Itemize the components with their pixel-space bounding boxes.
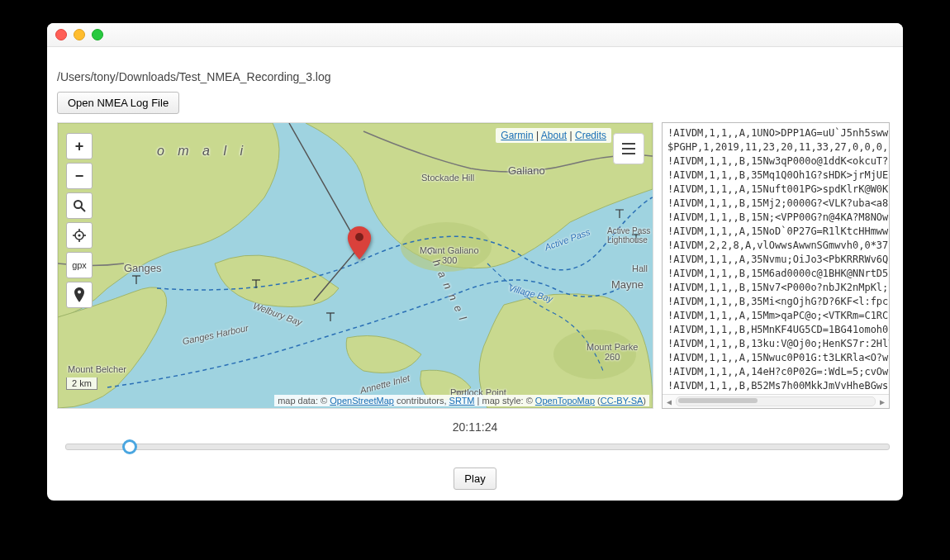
log-horizontal-scrollbar[interactable]: ◀ ▶ [663,394,889,408]
map-locate-button[interactable] [66,222,93,249]
svg-point-22 [78,234,80,236]
window-controls [55,29,103,40]
svg-rect-17 [622,148,635,149]
open-log-button[interactable]: Open NMEA Log File [57,92,179,114]
close-window-button[interactable] [55,29,67,40]
scroll-right-arrow-icon[interactable]: ▶ [876,396,889,407]
zoom-window-button[interactable] [92,29,103,40]
nmea-log-text[interactable]: !AIVDM,1,1,,A,1UNO>DPP1AG=uU`J5nh5swwd2 … [663,123,889,395]
credits-link[interactable]: Credits [575,130,606,141]
zoom-out-button[interactable]: − [66,163,93,189]
osm-link[interactable]: OpenStreetMap [330,396,394,406]
svg-point-15 [355,233,363,241]
file-path-label: /Users/tony/Downloads/Test_NMEA_Recordin… [57,70,893,83]
zoom-in-button[interactable]: + [66,133,93,159]
srtm-link[interactable]: SRTM [449,396,475,406]
map-scale: 2 km [66,377,97,390]
license-link[interactable]: CC-BY-SA [601,396,644,406]
scroll-thumb[interactable] [678,398,758,403]
svg-rect-18 [622,153,635,154]
otm-link[interactable]: OpenTopoMap [535,396,595,406]
map-menu-button[interactable] [613,133,644,164]
marker-icon [74,287,84,302]
scroll-track[interactable] [676,396,876,406]
svg-rect-16 [622,143,635,145]
add-marker-button[interactable] [66,282,93,308]
svg-point-27 [78,291,81,294]
map-canvas [58,123,653,408]
nmea-log-panel: !AIVDM,1,1,,A,1UNO>DPP1AG=uU`J5nh5swwd2 … [662,122,890,409]
play-button[interactable]: Play [454,467,496,490]
scroll-left-arrow-icon[interactable]: ◀ [663,396,676,407]
map-attribution: map data: © OpenStreetMap contributors, … [274,395,649,406]
svg-point-19 [74,201,82,208]
crosshair-icon [73,229,86,242]
search-icon [73,199,86,212]
about-link[interactable]: About [541,130,567,141]
app-window: /Users/tony/Downloads/Test_NMEA_Recordin… [47,23,903,501]
svg-point-1 [401,222,492,272]
map-view[interactable]: o m a l i Galiano Stockade Hill Mount Ga… [57,122,653,409]
titlebar [47,23,903,47]
playback-slider[interactable] [65,444,890,450]
map-search-button[interactable] [66,192,93,219]
svg-line-20 [81,207,85,211]
window-content: /Users/tony/Downloads/Test_NMEA_Recordin… [47,47,903,500]
map-controls: + − gpx [66,133,93,308]
playback-timestamp: 20:11:24 [57,420,893,434]
gpx-export-button[interactable]: gpx [66,252,93,278]
map-provider-links: Garmin | About | Credits [496,128,611,143]
position-marker-icon [347,226,372,262]
minimize-window-button[interactable] [74,29,85,40]
garmin-link[interactable]: Garmin [501,130,533,141]
hamburger-icon [622,143,635,154]
